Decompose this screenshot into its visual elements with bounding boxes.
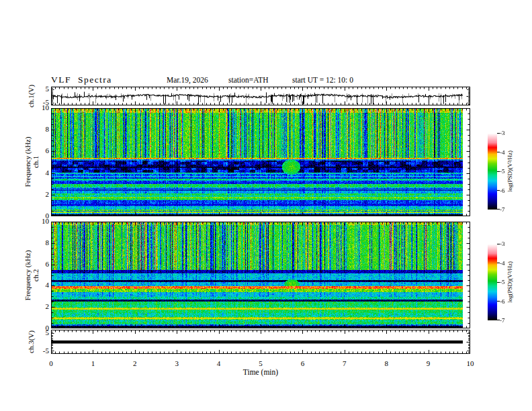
colorbar-tick-label: -4	[500, 148, 516, 156]
colorbar-tick-label: -4	[500, 259, 516, 267]
x-tick-label: 9	[418, 359, 439, 368]
colorbar-tick-label: -6	[500, 298, 516, 306]
ch3-waveform-panel	[51, 330, 470, 354]
colorbar-ch1	[488, 133, 501, 210]
figure-title: VLF Spectra	[51, 75, 112, 85]
y-tick-label: 8	[30, 238, 49, 247]
y-tick-label: 6	[30, 260, 49, 269]
y-tick-label: 6	[30, 146, 49, 155]
vlf-spectra-figure: VLF Spectra Mar.19, 2026 station=ATH sta…	[0, 0, 532, 411]
y-tick-label: 2	[30, 302, 49, 311]
x-tick-label: 2	[125, 359, 145, 368]
x-tick-label: 1	[83, 359, 103, 368]
y-tick-label: 5	[30, 85, 49, 93]
x-tick-label: 4	[209, 359, 229, 368]
ch1-waveform-panel	[51, 87, 470, 105]
colorbar-tick-label: -3	[500, 129, 516, 137]
x-tick-label: 5	[251, 359, 271, 368]
y-tick-label: 4	[30, 281, 49, 289]
colorbar-tick-label: -3	[500, 240, 516, 248]
colorbar-tick-label: -6	[500, 187, 516, 195]
y-tick-label: -5	[30, 347, 49, 355]
colorbar-ch2	[488, 244, 501, 320]
y-tick-label: 4	[30, 169, 49, 177]
colorbar-tick-label: -7	[500, 316, 516, 324]
header-station: station=ATH	[228, 76, 269, 84]
header-start-ut: start UT = 12: 10: 0	[292, 76, 353, 84]
x-tick-label: 10	[460, 359, 480, 368]
x-tick-label: 0	[41, 359, 61, 368]
time-axis-label: Time (min)	[220, 368, 301, 376]
ch3-voltage-axis-label: ch.3(V)	[26, 302, 36, 382]
colorbar-tick-label: -5	[500, 278, 516, 286]
ch1-spectrogram-panel	[51, 108, 470, 216]
y-tick-label: 5	[30, 328, 49, 337]
x-tick-label: 3	[167, 359, 187, 368]
y-tick-label: 2	[30, 190, 49, 199]
x-tick-label: 7	[335, 359, 355, 368]
header-date: Mar.19, 2026	[167, 76, 208, 84]
ch2-spectrogram-panel	[51, 222, 470, 328]
x-tick-label: 6	[292, 359, 312, 368]
x-tick-label: 8	[376, 359, 396, 368]
y-tick-label: 10	[30, 217, 49, 226]
colorbar-tick-label: -7	[500, 205, 516, 214]
y-tick-label: 10	[30, 103, 49, 112]
y-tick-label: 8	[30, 125, 49, 134]
colorbar-tick-label: -5	[500, 167, 516, 175]
